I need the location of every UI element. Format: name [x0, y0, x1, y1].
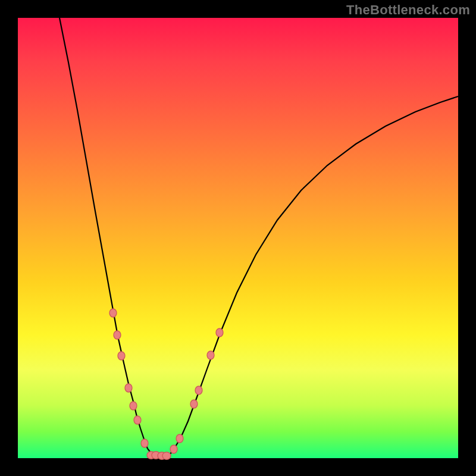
- data-marker: [195, 386, 202, 394]
- data-marker: [118, 352, 125, 360]
- data-marker: [141, 439, 148, 447]
- chart-frame: TheBottleneck.com: [0, 0, 476, 476]
- data-marker: [162, 452, 171, 460]
- data-marker: [114, 331, 121, 339]
- data-markers: [109, 309, 223, 459]
- plot-area: [18, 18, 458, 458]
- watermark-text: TheBottleneck.com: [346, 2, 470, 18]
- curve-left-branch: [60, 18, 148, 449]
- data-marker: [190, 400, 198, 408]
- data-marker: [125, 384, 132, 392]
- data-marker: [130, 402, 137, 410]
- data-marker: [134, 416, 141, 424]
- data-marker: [207, 351, 214, 359]
- data-marker: [170, 445, 177, 453]
- bottleneck-curve: [18, 18, 458, 458]
- data-marker: [109, 309, 117, 317]
- data-marker: [216, 328, 223, 337]
- curve-right-branch: [170, 96, 458, 454]
- data-marker: [176, 434, 183, 443]
